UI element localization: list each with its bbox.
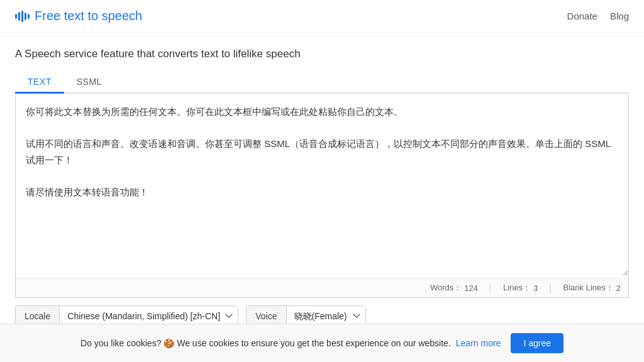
words-label: Words： <box>430 282 462 293</box>
words-value: 124 <box>464 283 478 293</box>
header-nav: Donate Blog <box>567 11 629 21</box>
cookie-banner: Do you like cookies? 🍪 We use cookies to… <box>0 324 644 334</box>
agree-button[interactable]: I agree <box>511 333 564 334</box>
tab-bar: TEXT SSML <box>15 72 629 94</box>
main-content: A Speech service feature that converts t… <box>0 33 644 334</box>
textarea-container: 你可将此文本替换为所需的任何文本。你可在此文本框中编写或在此处粘贴你自己的文本。… <box>15 94 629 298</box>
lines-value: 3 <box>533 283 538 293</box>
blank-lines-value: 2 <box>616 283 621 293</box>
header: Free text to speech Donate Blog <box>0 0 644 33</box>
lines-stat: Lines： 3 <box>503 282 538 293</box>
lines-label: Lines： <box>503 282 531 293</box>
logo-text: Free text to speech <box>35 9 142 23</box>
tab-text[interactable]: TEXT <box>15 72 64 94</box>
divider-2: │ <box>548 283 553 293</box>
page-subtitle: A Speech service feature that converts t… <box>15 48 629 60</box>
logo-icon <box>15 10 30 23</box>
logo: Free text to speech <box>15 9 142 23</box>
blank-lines-label: Blank Lines： <box>564 282 614 293</box>
text-input[interactable]: 你可将此文本替换为所需的任何文本。你可在此文本框中编写或在此处粘贴你自己的文本。… <box>16 94 628 276</box>
blank-lines-stat: Blank Lines： 2 <box>564 282 621 293</box>
textarea-footer: Words： 124 │ Lines： 3 │ Blank Lines： 2 <box>16 278 628 297</box>
blog-link[interactable]: Blog <box>610 11 629 21</box>
divider-1: │ <box>488 283 493 293</box>
words-stat: Words： 124 <box>430 282 478 293</box>
donate-link[interactable]: Donate <box>567 11 597 21</box>
tab-ssml[interactable]: SSML <box>64 72 114 94</box>
